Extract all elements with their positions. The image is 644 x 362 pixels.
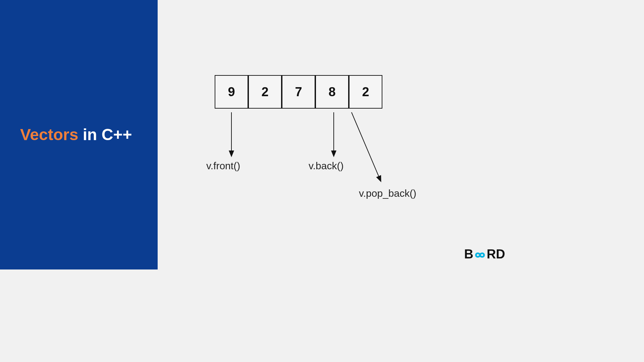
infinity-icon (473, 251, 487, 259)
arrow-pop-back (352, 112, 381, 181)
logo-b: B (464, 247, 473, 261)
diagram-area: 9 2 7 8 2 v.front() v.back() v.pop_back(… (158, 0, 515, 269)
label-front: v.front() (206, 160, 240, 172)
vector-cell-0: 9 (215, 75, 248, 109)
logo-rd: RD (487, 247, 505, 261)
arrows-svg (158, 0, 515, 269)
label-back: v.back() (309, 160, 343, 172)
vector-cell-1: 2 (248, 75, 282, 109)
label-pop-back: v.pop_back() (359, 188, 416, 199)
vector-cell-4: 2 (349, 75, 382, 109)
title-rest: in C++ (78, 126, 132, 143)
page-title: Vectors in C++ (20, 126, 132, 144)
vector-cell-3: 8 (315, 75, 349, 109)
title-accent: Vectors (20, 126, 78, 143)
vector-cell-2: 7 (282, 75, 315, 109)
board-logo: B RD (464, 247, 505, 261)
left-panel: Vectors in C++ (0, 0, 158, 269)
vector-row: 9 2 7 8 2 (215, 75, 382, 109)
